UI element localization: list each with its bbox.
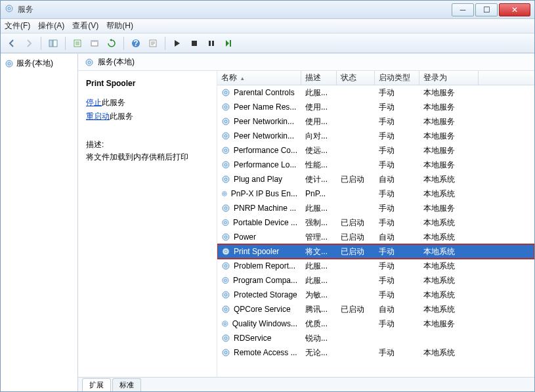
cell-name: Program Compa... — [217, 276, 301, 285]
titlebar[interactable]: 服务 ─ ☐ ✕ — [1, 1, 534, 19]
gear-icon — [221, 218, 230, 227]
service-name-text: Power — [234, 232, 256, 242]
svg-point-17 — [88, 61, 91, 64]
cell-startup: 手动 — [375, 87, 419, 98]
service-row[interactable]: QPCore Service腾讯...已启动自动本地系统 — [217, 302, 534, 316]
service-name-text: Print Spooler — [234, 247, 279, 256]
cell-startup: 手动 — [375, 160, 419, 171]
gear-icon — [221, 261, 230, 271]
cell-logon: 本地服务 — [419, 145, 479, 156]
cell-logon: 本地系统 — [419, 275, 479, 286]
menu-file[interactable]: 文件(F) — [5, 20, 30, 32]
service-row[interactable]: Portable Device ...强制...已启动手动本地系统 — [217, 215, 534, 230]
stop-service-link[interactable]: 停止 — [86, 98, 102, 107]
export-button[interactable] — [70, 36, 85, 51]
cell-desc: 此服... — [301, 203, 337, 214]
service-row[interactable]: Plug and Play使计...已启动自动本地系统 — [217, 172, 534, 186]
stop-service-button[interactable] — [187, 36, 202, 51]
service-name-text: PnP-X IP Bus En... — [231, 189, 297, 198]
service-row[interactable]: PnP-X IP Bus En...PnP...手动本地系统 — [217, 186, 534, 201]
service-row[interactable]: Performance Lo...性能...手动本地服务 — [217, 158, 534, 172]
restart-link-row: 重启动此服务 — [86, 111, 209, 122]
help-button[interactable]: ? — [129, 36, 143, 51]
cell-desc: 此服... — [301, 275, 337, 286]
restart-service-button[interactable] — [221, 36, 236, 51]
menu-action[interactable]: 操作(A) — [38, 20, 64, 32]
service-row[interactable]: Parental Controls此服...手动本地服务 — [217, 85, 534, 100]
cell-name: Plug and Play — [217, 175, 301, 184]
svg-point-21 — [225, 106, 227, 108]
col-desc[interactable]: 描述 — [301, 71, 337, 85]
bottom-tabs: 扩展 标准 — [78, 377, 534, 391]
svg-rect-10 — [192, 41, 197, 46]
cell-name: QPCore Service — [217, 305, 301, 314]
svg-point-53 — [225, 337, 227, 339]
cell-logon: 本地系统 — [419, 347, 479, 359]
svg-rect-3 — [53, 40, 57, 47]
service-row[interactable]: Print Spooler将文...已启动手动本地系统 — [217, 244, 534, 259]
service-row[interactable]: Peer Networkin...使用...手动本地服务 — [217, 114, 534, 129]
pause-service-button[interactable] — [204, 36, 219, 51]
gear-icon — [221, 247, 230, 256]
tab-extended[interactable]: 扩展 — [82, 378, 111, 391]
tab-standard[interactable]: 标准 — [112, 378, 141, 391]
cell-startup: 手动 — [375, 318, 419, 330]
col-name[interactable]: 名称 — [217, 71, 301, 85]
back-button[interactable] — [5, 36, 19, 51]
service-rows[interactable]: Parental Controls此服...手动本地服务Peer Name Re… — [217, 85, 534, 377]
svg-point-37 — [225, 221, 227, 224]
cell-startup: 手动 — [375, 131, 419, 142]
svg-point-39 — [225, 236, 227, 238]
col-startup[interactable]: 启动类型 — [375, 71, 419, 85]
tree-root-label: 服务(本地) — [16, 58, 53, 69]
cell-startup: 手动 — [375, 275, 419, 286]
details-button[interactable] — [146, 36, 160, 51]
cell-status: 已启动 — [337, 304, 375, 315]
toolbar-separator — [65, 37, 66, 50]
service-row[interactable]: Problem Report...此服...手动本地系统 — [217, 259, 534, 273]
services-window: 服务 ─ ☐ ✕ 文件(F) 操作(A) 查看(V) 帮助(H) ? — [0, 0, 535, 392]
service-name-text: Performance Lo... — [234, 160, 296, 169]
show-hide-tree-button[interactable] — [46, 36, 60, 51]
service-name-text: Remote Access ... — [234, 348, 297, 357]
start-service-button[interactable] — [170, 36, 184, 51]
service-row[interactable]: Quality Windows...优质...手动本地服务 — [217, 316, 534, 331]
service-row[interactable]: Power管理...已启动自动本地系统 — [217, 230, 534, 244]
cell-desc: 为敏... — [301, 290, 337, 301]
svg-rect-13 — [230, 40, 231, 47]
service-row[interactable]: Peer Networkin...向对...手动本地服务 — [217, 129, 534, 143]
service-row[interactable]: RDService锐动... — [217, 331, 534, 345]
gear-icon — [221, 319, 229, 328]
col-status[interactable]: 状态 — [337, 71, 375, 85]
detail-column: Print Spooler 停止此服务 重启动此服务 描述: 将文件加载到内存供… — [78, 71, 217, 377]
minimize-button[interactable]: ─ — [452, 3, 474, 16]
svg-point-43 — [225, 265, 227, 267]
service-row[interactable]: Performance Co...使远...手动本地服务 — [217, 143, 534, 158]
col-logon[interactable]: 登录为 — [419, 71, 479, 85]
service-row[interactable]: Program Compa...此服...手动本地系统 — [217, 273, 534, 288]
cell-logon: 本地服务 — [419, 318, 479, 330]
gear-icon — [221, 189, 228, 198]
cell-status: 已启动 — [337, 174, 375, 185]
right-header: 服务(本地) — [78, 54, 534, 71]
service-row[interactable]: PNRP Machine ...此服...手动本地服务 — [217, 201, 534, 215]
menu-help[interactable]: 帮助(H) — [106, 20, 133, 32]
svg-rect-2 — [49, 40, 53, 47]
window-controls: ─ ☐ ✕ — [450, 3, 530, 16]
tree-root-services[interactable]: 服务(本地) — [5, 56, 74, 70]
svg-point-15 — [8, 62, 11, 65]
service-row[interactable]: Remote Access ...无论...手动本地系统 — [217, 345, 534, 360]
cell-logon: 本地系统 — [419, 290, 479, 301]
restart-service-link[interactable]: 重启动 — [86, 112, 110, 121]
forward-button[interactable] — [22, 36, 36, 51]
properties-button[interactable] — [87, 36, 102, 51]
svg-point-1 — [8, 7, 11, 10]
refresh-button[interactable] — [104, 36, 119, 51]
description-text: 将文件加载到内存供稍后打印 — [86, 152, 209, 163]
service-row[interactable]: Protected Storage为敏...手动本地系统 — [217, 288, 534, 302]
menu-view[interactable]: 查看(V) — [72, 20, 98, 32]
maximize-button[interactable]: ☐ — [475, 3, 498, 16]
right-body: Print Spooler 停止此服务 重启动此服务 描述: 将文件加载到内存供… — [78, 71, 534, 377]
service-row[interactable]: Peer Name Res...使用...手动本地服务 — [217, 100, 534, 114]
close-button[interactable]: ✕ — [499, 3, 530, 16]
